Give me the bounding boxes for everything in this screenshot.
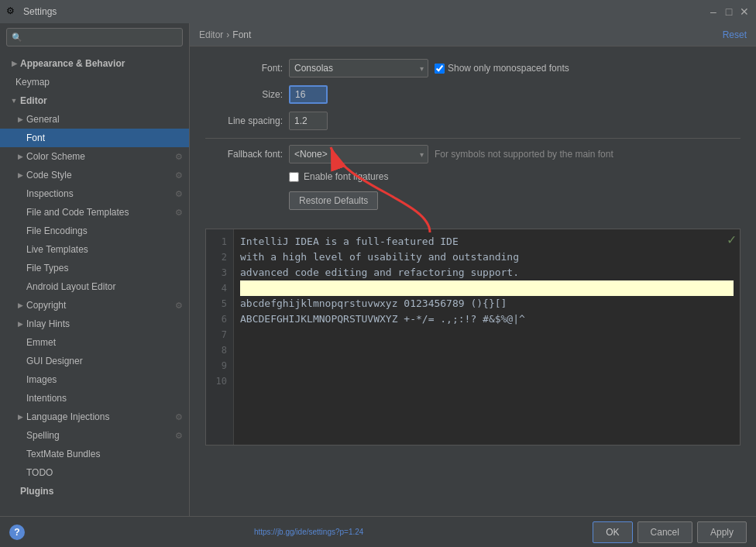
sidebar-item-label: Live Templates [26, 244, 88, 255]
line-num-8: 8 [206, 342, 233, 358]
code-preview: 1 2 3 4 5 6 7 8 9 10 IntelliJ IDEA [205, 229, 741, 446]
sidebar-item-code-style[interactable]: ▶ Code Style ⚙ [0, 166, 189, 184]
expand-icon [15, 133, 25, 143]
restore-defaults-button[interactable]: Restore Defaults [289, 191, 378, 210]
minimize-button[interactable]: – [708, 6, 719, 17]
code-line-7 [240, 327, 734, 342]
close-button[interactable]: ✕ [739, 6, 750, 17]
sidebar-item-label: Intentions [26, 393, 67, 404]
line-numbers: 1 2 3 4 5 6 7 8 9 10 [206, 229, 234, 445]
bottom-buttons: OK Cancel Apply [593, 521, 747, 543]
fallback-font-row: Fallback font: <None> For symbols not su… [205, 145, 741, 163]
gear-icon: ⚙ [175, 152, 183, 162]
breadcrumb: Editor › Font [199, 29, 251, 40]
help-button[interactable]: ? [9, 525, 25, 540]
sidebar-item-appearance[interactable]: ▶ Appearance & Behavior [0, 54, 189, 73]
panel-body: Font: Consolas Show only monospaced font… [190, 46, 756, 516]
window-title: Settings [23, 6, 703, 17]
separator [205, 138, 741, 139]
size-input[interactable] [289, 85, 328, 104]
sidebar-tree: ▶ Appearance & Behavior Keymap ▼ Editor … [0, 51, 189, 516]
sidebar-item-label: Appearance & Behavior [20, 58, 125, 69]
sidebar-item-label: Inspections [26, 188, 74, 199]
sidebar-item-inspections[interactable]: Inspections ⚙ [0, 184, 189, 203]
sidebar-item-label: Images [26, 374, 57, 385]
code-lines: IntelliJ IDEA is a full-featured IDE wit… [234, 229, 740, 445]
gear-icon: ⚙ [175, 189, 183, 199]
code-line-10 [240, 373, 734, 389]
line-num-10: 10 [206, 373, 233, 389]
code-line-5: abcdefghijklmnopqrstuvwxyz 0123456789 ()… [240, 296, 734, 311]
sidebar-item-language-injections[interactable]: ▶ Language Injections ⚙ [0, 408, 189, 426]
sidebar-item-label: Android Layout Editor [26, 281, 115, 292]
sidebar-item-editor[interactable]: ▼ Editor [0, 91, 189, 110]
cancel-button[interactable]: Cancel [637, 521, 692, 543]
breadcrumb-separator: › [226, 29, 229, 40]
sidebar-item-label: Copyright [26, 300, 66, 311]
sidebar-item-file-code-templates[interactable]: File and Code Templates ⚙ [0, 203, 189, 222]
code-line-4 [240, 280, 734, 296]
sidebar-item-label: General [26, 114, 60, 125]
maximize-button[interactable]: □ [723, 6, 734, 17]
sidebar-item-images[interactable]: Images [0, 370, 189, 389]
gear-icon: ⚙ [175, 412, 183, 422]
monospaced-checkbox-row[interactable]: Show only monospaced fonts [435, 63, 569, 74]
sidebar-item-plugins[interactable]: Plugins [0, 482, 189, 501]
expand-icon [15, 338, 25, 347]
sidebar-item-todo[interactable]: TODO [0, 463, 189, 482]
sidebar-item-copyright[interactable]: ▶ Copyright ⚙ [0, 296, 189, 315]
reset-button[interactable]: Reset [723, 29, 747, 40]
code-line-1: IntelliJ IDEA is a full-featured IDE [240, 234, 734, 249]
gear-icon: ⚙ [175, 431, 183, 441]
code-line-9 [240, 358, 734, 373]
sidebar-item-gui-designer[interactable]: GUI Designer [0, 352, 189, 370]
sidebar-item-file-encodings[interactable]: File Encodings [0, 222, 189, 240]
expand-icon [15, 431, 25, 440]
sidebar-item-general[interactable]: ▶ General [0, 110, 189, 129]
sidebar-item-android-layout-editor[interactable]: Android Layout Editor [0, 277, 189, 296]
sidebar-item-keymap[interactable]: Keymap [0, 73, 189, 91]
sidebar-item-intentions[interactable]: Intentions [0, 389, 189, 408]
ligatures-checkbox[interactable] [289, 172, 299, 182]
expand-icon [15, 208, 25, 217]
search-box[interactable]: 🔍 [6, 28, 183, 46]
fallback-font-select[interactable]: <None> [289, 145, 428, 163]
expand-icon: ▼ [9, 96, 19, 105]
sidebar-item-font[interactable]: Font [0, 129, 189, 147]
fallback-font-label: Fallback font: [205, 149, 283, 160]
sidebar-item-label: Emmet [26, 337, 56, 348]
monospaced-label: Show only monospaced fonts [448, 63, 569, 74]
expand-icon [15, 356, 25, 366]
sidebar-item-spelling[interactable]: Spelling ⚙ [0, 426, 189, 445]
ligatures-label: Enable font ligatures [304, 171, 388, 182]
sidebar-item-emmet[interactable]: Emmet [0, 333, 189, 352]
sidebar-item-textmate-bundles[interactable]: TextMate Bundles [0, 445, 189, 463]
search-input[interactable] [26, 32, 177, 43]
line-num-9: 9 [206, 358, 233, 373]
gear-icon: ⚙ [175, 208, 183, 218]
code-line-6: ABCDEFGHIJKLMNOPQRSTUVWXYZ +-*/= .,;:!? … [240, 311, 734, 327]
font-select[interactable]: Consolas [289, 59, 428, 77]
sidebar-item-color-scheme[interactable]: ▶ Color Scheme ⚙ [0, 147, 189, 166]
main-content: 🔍 ▶ Appearance & Behavior Keymap ▼ Edito… [0, 23, 756, 516]
url-hint: https://jb.gg/ide/settings?p=1.24 [254, 528, 364, 536]
line-spacing-row: Line spacing: [205, 112, 741, 130]
panel-header: Editor › Font Reset [190, 23, 756, 46]
expand-icon [9, 487, 19, 496]
monospaced-checkbox[interactable] [435, 64, 445, 74]
sidebar-item-label: Plugins [20, 486, 53, 497]
sidebar-item-label: Spelling [26, 430, 60, 441]
expand-icon [15, 449, 25, 459]
ok-button[interactable]: OK [593, 521, 632, 543]
sidebar-item-live-templates[interactable]: Live Templates [0, 240, 189, 259]
sidebar-item-label: Keymap [15, 77, 50, 88]
line-num-7: 7 [206, 327, 233, 342]
expand-icon [15, 189, 25, 198]
sidebar-item-file-types[interactable]: File Types [0, 259, 189, 277]
apply-button[interactable]: Apply [697, 521, 747, 543]
sidebar-item-inlay-hints[interactable]: ▶ Inlay Hints [0, 315, 189, 333]
sidebar-item-label: File and Code Templates [26, 207, 129, 218]
line-spacing-input[interactable] [289, 112, 328, 130]
line-spacing-label: Line spacing: [205, 115, 283, 126]
validation-check-icon: ✓ [727, 232, 737, 247]
